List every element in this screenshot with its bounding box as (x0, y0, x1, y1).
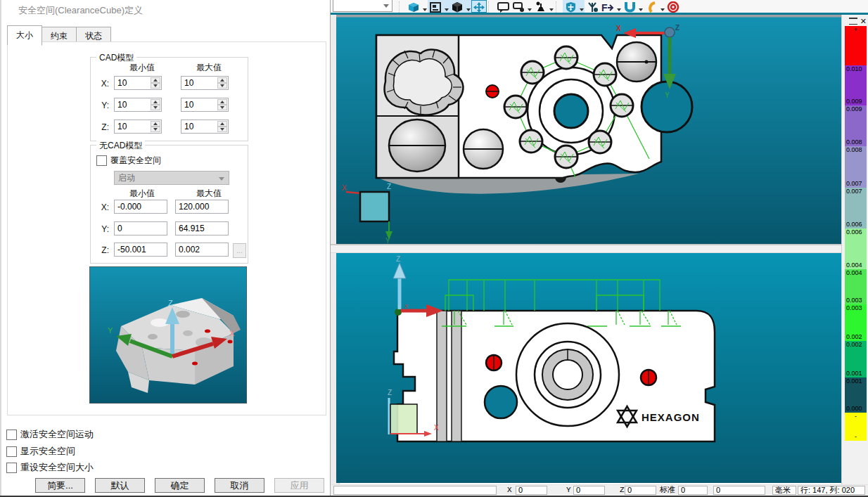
dropdown-arrow-icon[interactable] (578, 0, 585, 13)
main-toolbar: F (331, 0, 868, 13)
nocad-x-min-field[interactable]: -0.000 (114, 200, 167, 214)
status-std-value: 0 (678, 486, 708, 495)
scale-band: + (845, 26, 867, 65)
cad-y-min-spinner[interactable]: 10 (114, 98, 162, 112)
brief-button[interactable]: 简要... (35, 478, 85, 493)
comment-icon[interactable] (495, 0, 511, 13)
browse-button[interactable]: ... (233, 243, 246, 258)
cube-x-axis-label: X (434, 424, 439, 432)
solid-cube-icon[interactable] (449, 0, 465, 13)
preview-x-axis-label: X (229, 329, 235, 337)
show-clearance-checkbox[interactable] (6, 446, 17, 457)
scale-band: 0.0060.004 (845, 228, 867, 269)
spinner-down-icon[interactable] (217, 105, 227, 110)
override-clearance-label: 覆盖安全空间 (110, 155, 161, 167)
dropdown-arrow-icon[interactable] (548, 0, 554, 13)
no-cad-group-title: 无CAD模型 (96, 140, 145, 152)
cancel-button[interactable]: 取消 (215, 478, 264, 493)
probe-icon[interactable] (532, 0, 548, 13)
feature-nav-icon[interactable]: F (600, 0, 615, 13)
nocad-y-min-field[interactable]: 0 (114, 221, 167, 235)
dropdown-arrow-icon[interactable] (659, 0, 665, 13)
probe-comment-icon[interactable] (511, 0, 526, 13)
spinner-down-icon[interactable] (217, 127, 227, 132)
scale-band: 0.0020.001 (845, 341, 867, 377)
top-view-x-axis-label: X (616, 25, 621, 32)
cad-z-min-spinner[interactable]: 10 (114, 120, 162, 134)
spinner-up-icon[interactable] (151, 77, 160, 83)
reset-clearance-size-checkbox[interactable] (6, 463, 17, 473)
status-units: 毫米 (772, 486, 796, 495)
dropdown-arrow-icon[interactable] (443, 0, 449, 13)
toolbar-separator (556, 1, 561, 13)
view-setup-icon[interactable] (428, 0, 443, 13)
cad-x-max-spinner[interactable]: 10 (181, 76, 229, 90)
override-clearance-checkbox[interactable] (96, 155, 107, 166)
tab-size[interactable]: 大小 (7, 25, 42, 46)
cad-cube-icon[interactable] (406, 0, 421, 13)
dropdown-arrow-icon[interactable] (465, 0, 471, 13)
dimension-color-scale: ✕ +0.0100.0090.0090.0080.0080.0070.0070.… (841, 15, 868, 484)
show-clearance-row: 显示安全空间 (6, 445, 75, 458)
spinner-up-icon[interactable] (217, 121, 227, 127)
spinner-up-icon[interactable] (151, 99, 160, 105)
target-icon[interactable] (665, 0, 681, 13)
spinner-down-icon[interactable] (151, 105, 160, 110)
nocad-z-label: Z: (96, 245, 109, 255)
spinner-up-icon[interactable] (217, 77, 227, 83)
hexagon-logo-text: HEXAGON (642, 411, 700, 423)
clearance-mode-dropdown[interactable]: 启动 (114, 171, 229, 185)
top-view-z-axis-label: Z (675, 24, 679, 32)
status-x-value: 0 (516, 486, 547, 495)
status-caret-position: 行: 147, 列: 020 (798, 486, 865, 495)
default-button[interactable]: 默认 (95, 478, 145, 493)
dropdown-arrow-icon[interactable] (637, 0, 644, 13)
status-y-value: 0 (573, 486, 605, 495)
pan-view-icon[interactable] (471, 0, 487, 13)
cad-z-max-spinner[interactable]: 10 (181, 120, 229, 134)
scale-band: 0.0100.009 (845, 65, 867, 105)
dropdown-arrow-icon[interactable] (526, 0, 532, 13)
graphics-view-top[interactable]: X Z Y X Z Y (336, 15, 841, 244)
reset-clearance-size-row: 重设安全空间大小 (6, 461, 94, 474)
cad-y-max-spinner[interactable]: 10 (181, 98, 229, 112)
viewport-splitter[interactable] (331, 244, 841, 253)
cad-x-label: X: (96, 79, 109, 89)
scale-close-icon[interactable]: ✕ (860, 18, 867, 25)
status-z-value: 0 (625, 486, 656, 495)
path-settings-icon[interactable] (585, 0, 600, 13)
clearance-cube-dialog: 安全空间(ClearanceCube)定义 大小 约束 状态 CAD模型 最小值… (0, 0, 331, 497)
cad-x-min-spinner[interactable]: 10 (114, 76, 162, 90)
dropdown-arrow-icon[interactable] (421, 0, 428, 13)
color-scale-bands: +0.0100.0090.0090.0080.0080.0070.0070.00… (845, 26, 867, 441)
scale-band: 0.0030.002 (845, 304, 867, 341)
front-view-x-axis-label: X (404, 303, 409, 309)
spinner-up-icon[interactable] (217, 99, 227, 105)
status-std-label: 标准 (660, 486, 675, 494)
toolbar-separator (399, 1, 404, 13)
spinner-down-icon[interactable] (217, 83, 227, 89)
nocad-y-max-field[interactable]: 64.915 (175, 221, 229, 235)
cube-z-axis-label: Z (388, 389, 392, 396)
spinner-up-icon[interactable] (151, 121, 160, 127)
spinner-down-icon[interactable] (151, 83, 160, 89)
toolbar-combobox[interactable] (333, 0, 392, 12)
nocad-z-min-field[interactable]: -50.001 (114, 243, 167, 257)
scale-band: -- (845, 413, 867, 441)
nocad-x-max-field[interactable]: 120.000 (175, 200, 229, 214)
u-profile-icon[interactable] (622, 0, 637, 13)
activate-clearance-motion-checkbox[interactable] (6, 430, 17, 440)
arc-segment-icon[interactable] (644, 0, 659, 13)
nocad-y-label: Y: (96, 224, 109, 234)
dropdown-arrow-icon[interactable] (615, 0, 622, 13)
show-clearance-label: 显示安全空间 (20, 445, 75, 458)
nocad-z-max-field[interactable]: 0.002 (175, 243, 229, 257)
scale-grip-icon[interactable] (849, 18, 857, 25)
clearance-cube-preview: Z Y X (89, 266, 247, 404)
min-column-header: 最小值 (117, 62, 167, 74)
activate-clearance-motion-label: 激活安全空间运动 (20, 428, 94, 441)
clearance-shield-icon[interactable] (563, 0, 578, 13)
ok-button[interactable]: 确定 (155, 478, 205, 493)
graphics-view-front[interactable]: HEXAGON Z X Z X (336, 253, 841, 483)
spinner-down-icon[interactable] (151, 127, 160, 132)
